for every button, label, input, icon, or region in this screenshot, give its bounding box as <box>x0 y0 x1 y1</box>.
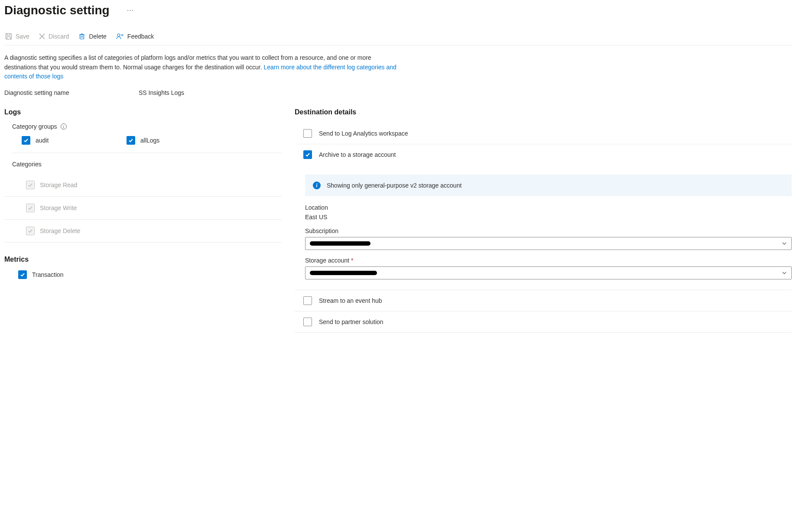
check-icon <box>128 138 133 143</box>
check-icon <box>28 205 33 211</box>
checkbox-box-disabled <box>26 204 35 212</box>
category-groups-row: audit allLogs <box>4 136 282 145</box>
chevron-down-icon <box>782 270 787 276</box>
location-label: Location <box>305 204 792 211</box>
save-icon <box>5 33 12 40</box>
svg-rect-1 <box>7 34 10 36</box>
checkbox-box <box>303 318 312 326</box>
svg-rect-5 <box>80 35 84 39</box>
chevron-down-icon <box>782 241 787 246</box>
subscription-value <box>310 240 782 247</box>
checkbox-box <box>303 150 312 159</box>
info-banner: i Showing only general-purpose v2 storag… <box>305 175 792 196</box>
checkbox-box <box>303 129 312 138</box>
check-icon <box>20 272 25 277</box>
dest-log-analytics[interactable]: Send to Log Analytics workspace <box>295 123 792 144</box>
content-columns: Logs Category groups i audit <box>4 108 792 333</box>
categories-text: Categories <box>12 161 42 168</box>
destination-column: Destination details Send to Log Analytic… <box>295 108 792 333</box>
check-icon <box>23 138 29 143</box>
category-groups-label: Category groups i <box>4 123 282 130</box>
checkbox-label: audit <box>36 137 49 144</box>
close-icon <box>39 33 45 39</box>
dest-storage-account[interactable]: Archive to a storage account <box>295 144 792 165</box>
storage-account-panel: i Showing only general-purpose v2 storag… <box>295 165 792 290</box>
location-value: East US <box>305 214 792 221</box>
checkbox-label: Transaction <box>32 271 64 278</box>
diagnostic-name-field: Diagnostic setting name SS Insights Logs <box>4 89 792 96</box>
category-storage-delete: Storage Delete <box>4 220 282 243</box>
discard-button-label: Discard <box>49 33 69 40</box>
discard-button[interactable]: Discard <box>39 32 69 41</box>
metrics-title: Metrics <box>4 256 282 263</box>
checkbox-box-disabled <box>26 181 35 189</box>
dest-label: Archive to a storage account <box>319 151 396 158</box>
dest-label: Stream to an event hub <box>319 297 382 304</box>
checkbox-box <box>18 270 27 279</box>
description-text: A diagnostic setting specifies a list of… <box>4 53 403 81</box>
storage-account-label: Storage account* <box>305 257 792 264</box>
subscription-dropdown[interactable] <box>305 237 792 250</box>
command-bar: Save Discard Delete Feedback <box>4 28 792 45</box>
svg-point-10 <box>117 34 120 36</box>
dest-event-hub[interactable]: Stream to an event hub <box>295 290 792 311</box>
diagnostic-name-label: Diagnostic setting name <box>4 89 139 96</box>
category-label: Storage Write <box>40 204 77 211</box>
storage-account-value <box>310 269 782 276</box>
subscription-label: Subscription <box>305 227 792 234</box>
category-storage-write: Storage Write <box>4 197 282 220</box>
storage-account-dropdown[interactable] <box>305 266 792 279</box>
checkbox-box <box>22 136 30 145</box>
svg-rect-2 <box>7 37 10 39</box>
logs-title: Logs <box>4 108 282 116</box>
dest-label: Send to Log Analytics workspace <box>319 130 408 137</box>
page-title: Diagnostic setting <box>4 3 110 17</box>
save-button[interactable]: Save <box>5 32 29 41</box>
delete-button-label: Delete <box>89 33 106 40</box>
divider <box>12 152 282 153</box>
more-actions-icon[interactable]: ··· <box>117 6 134 14</box>
check-icon <box>28 228 33 234</box>
blade-header: Diagnostic setting ··· <box>4 3 792 17</box>
info-banner-text: Showing only general-purpose v2 storage … <box>327 182 461 189</box>
check-icon <box>28 182 33 188</box>
delete-button[interactable]: Delete <box>78 32 106 41</box>
trash-icon <box>78 33 85 40</box>
feedback-icon <box>116 33 124 40</box>
destination-title: Destination details <box>295 108 792 116</box>
checkbox-alllogs[interactable]: allLogs <box>127 136 218 145</box>
feedback-button[interactable]: Feedback <box>116 32 154 41</box>
feedback-button-label: Feedback <box>127 33 154 40</box>
check-icon <box>305 152 310 157</box>
categories-list: Storage Read Storage Write Storage Delet… <box>4 174 282 243</box>
info-icon: i <box>313 182 321 189</box>
checkbox-transaction[interactable]: Transaction <box>4 270 282 279</box>
categories-label: Categories <box>4 161 282 168</box>
info-icon[interactable]: i <box>61 123 67 130</box>
save-button-label: Save <box>16 33 29 40</box>
checkbox-box-disabled <box>26 227 35 235</box>
category-label: Storage Read <box>40 182 77 188</box>
diagnostic-name-value[interactable]: SS Insights Logs <box>139 89 184 96</box>
category-label: Storage Delete <box>40 227 80 234</box>
checkbox-label: allLogs <box>140 137 159 144</box>
category-storage-read: Storage Read <box>4 174 282 197</box>
checkbox-audit[interactable]: audit <box>22 136 113 145</box>
dest-label: Send to partner solution <box>319 318 383 325</box>
dest-partner-solution[interactable]: Send to partner solution <box>295 311 792 333</box>
logs-metrics-column: Logs Category groups i audit <box>4 108 282 333</box>
metrics-block: Metrics Transaction <box>4 256 282 279</box>
checkbox-box <box>303 296 312 305</box>
category-groups-text: Category groups <box>12 123 57 130</box>
checkbox-box <box>127 136 135 145</box>
